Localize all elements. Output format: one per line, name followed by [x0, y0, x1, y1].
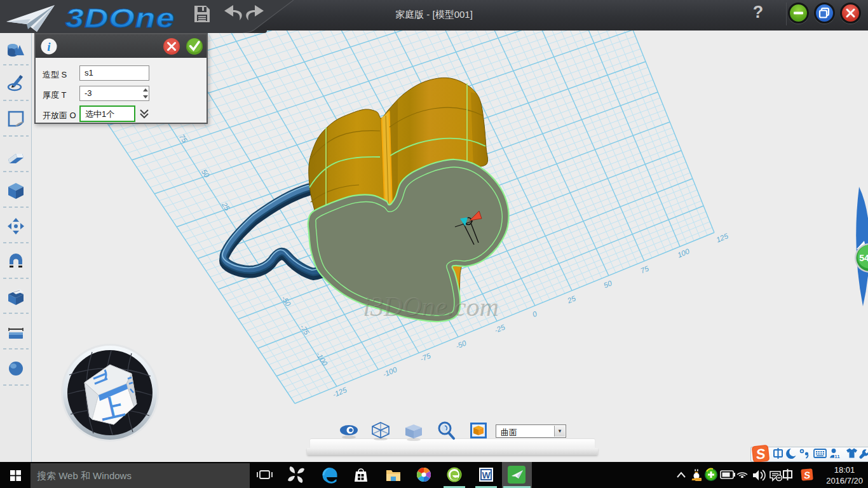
svg-text:S: S — [803, 470, 810, 481]
svg-text:3DOne: 3DOne — [65, 3, 175, 33]
svg-text:125: 125 — [715, 232, 729, 244]
svg-text:-75: -75 — [299, 323, 311, 337]
svg-text:-25: -25 — [493, 323, 506, 334]
svg-text:11: 11 — [834, 454, 840, 459]
svg-text:54: 54 — [859, 253, 868, 263]
svg-text:i: i — [47, 40, 51, 53]
svg-text:25: 25 — [566, 294, 577, 305]
svg-text:50: 50 — [602, 279, 613, 289]
svg-text:S: S — [755, 445, 766, 462]
svg-text:100: 100 — [676, 247, 691, 259]
svg-text:75: 75 — [639, 264, 650, 274]
svg-text:0: 0 — [531, 309, 538, 318]
svg-text:-75: -75 — [419, 351, 432, 363]
svg-text:25: 25 — [220, 200, 231, 212]
svg-text:-100: -100 — [315, 351, 329, 367]
svg-text:i3DOne.com: i3DOne.com — [362, 292, 498, 321]
svg-text:-50: -50 — [454, 339, 468, 350]
svg-text:W: W — [482, 470, 491, 480]
